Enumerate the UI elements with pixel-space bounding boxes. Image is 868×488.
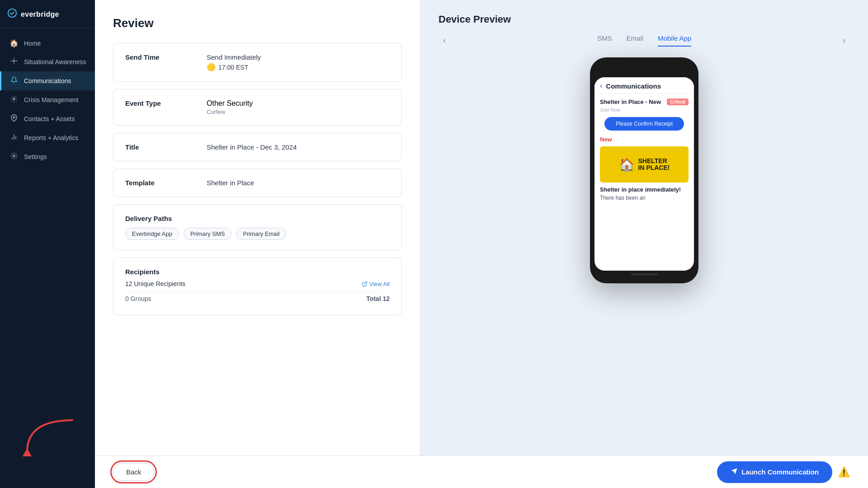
event-type-card: Event Type Other Security Curfew — [113, 89, 402, 126]
tab-email[interactable]: Email — [626, 34, 643, 47]
device-preview-panel: Device Preview ‹ SMS Email Mobile App › … — [420, 0, 868, 455]
view-all-label: View All — [369, 281, 390, 287]
sidebar-logo-text: everbridge — [21, 10, 59, 19]
launch-group: Launch Communication ⚠️ — [717, 461, 850, 483]
sidebar-item-crisis-management-label: Crisis Management — [24, 96, 79, 103]
phone-screen: ‹ Communications Shelter in Place - New … — [594, 77, 694, 271]
phone-screen-content: Shelter in Place - New Critical Just Now… — [594, 94, 694, 271]
title-card-value: Shelter in Place - Dec 3, 2024 — [207, 143, 297, 151]
prev-tab-arrow[interactable]: ‹ — [439, 36, 450, 45]
groups-label: 0 Groups — [125, 295, 151, 302]
home-icon: 🏠 — [9, 39, 19, 47]
send-time-clock: 🟡 17:00 EST — [207, 63, 261, 71]
tab-sms[interactable]: SMS — [597, 34, 612, 47]
phone-screen-title: Communications — [606, 82, 661, 90]
review-panel: Review Send Time Send Immediately 🟡 17:0… — [95, 0, 420, 455]
svg-line-8 — [364, 282, 367, 284]
sidebar-item-reports-analytics-label: Reports + Analytics — [24, 134, 78, 141]
shelter-text: SHELTER IN PLACE! — [638, 158, 670, 172]
crisis-management-icon — [9, 95, 19, 104]
sidebar-item-crisis-management[interactable]: Crisis Management — [0, 90, 95, 109]
template-value: Shelter in Place — [207, 179, 254, 187]
critical-badge: Critical — [667, 99, 689, 105]
confirm-receipt-button[interactable]: Please Confirm Receipt — [604, 117, 684, 131]
title-card: Title Shelter in Place - Dec 3, 2024 — [113, 133, 402, 161]
next-tab-arrow[interactable]: › — [838, 36, 850, 45]
back-button[interactable]: Back — [113, 463, 154, 481]
delivery-paths-card: Delivery Paths Everbridge App Primary SM… — [113, 204, 402, 250]
sidebar-nav: 🏠 Home Situational Awareness Communicati… — [0, 28, 95, 488]
preview-tabs: ‹ SMS Email Mobile App › — [439, 34, 850, 47]
send-time-main: Send Immediately — [207, 53, 261, 61]
sidebar-item-communications-label: Communications — [24, 77, 71, 84]
sidebar-item-communications[interactable]: Communications — [0, 71, 95, 90]
communications-icon — [9, 76, 19, 85]
shelter-text-line2: IN PLACE! — [638, 164, 670, 171]
shelter-image: 🏠 SHELTER IN PLACE! — [600, 146, 689, 183]
sidebar-item-reports-analytics[interactable]: Reports + Analytics — [0, 128, 95, 147]
send-time-time: 17:00 EST — [218, 64, 248, 71]
sidebar-item-home-label: Home — [24, 40, 41, 47]
warning-icon[interactable]: ⚠️ — [838, 466, 850, 478]
phone-mockup: ‹ Communications Shelter in Place - New … — [590, 57, 698, 283]
preview-tab-nav: SMS Email Mobile App — [450, 34, 838, 47]
contacts-assets-icon — [9, 114, 19, 123]
recipients-row: 0 Groups Total 12 — [125, 292, 390, 305]
notification-title: Shelter in Place - New — [600, 99, 661, 105]
launch-btn-label: Launch Communication — [741, 468, 819, 476]
launch-icon — [731, 468, 738, 477]
sidebar-item-contacts-assets[interactable]: Contacts + Assets — [0, 109, 95, 128]
tab-mobile-app[interactable]: Mobile App — [658, 34, 691, 47]
situational-awareness-icon — [9, 57, 19, 66]
svg-point-1 — [13, 60, 15, 62]
send-time-value: Send Immediately 🟡 17:00 EST — [207, 53, 261, 71]
notification-time: Just Now — [600, 107, 689, 113]
event-type-sub: Curfew — [207, 108, 253, 115]
sidebar-item-contacts-assets-label: Contacts + Assets — [24, 115, 75, 122]
shelter-house-icon: 🏠 — [619, 157, 635, 172]
bottom-bar: Back Launch Communication ⚠️ — [95, 455, 868, 488]
phone-screen-header: ‹ Communications — [594, 77, 694, 94]
recipients-header: Recipients — [125, 268, 390, 276]
shelter-text-line1: SHELTER — [638, 157, 667, 164]
phone-home-bar — [631, 273, 658, 275]
svg-point-3 — [13, 117, 15, 118]
clock-icon: 🟡 — [207, 63, 216, 71]
title-card-label: Title — [125, 143, 198, 151]
template-card: Template Shelter in Place — [113, 169, 402, 197]
event-type-label: Event Type — [125, 99, 198, 107]
delivery-paths-label: Delivery Paths — [125, 215, 390, 222]
send-time-label: Send Time — [125, 53, 198, 61]
logo-icon — [7, 8, 17, 21]
svg-point-2 — [13, 98, 15, 100]
view-all-link[interactable]: View All — [362, 281, 390, 287]
notification-title-row: Shelter in Place - New Critical — [600, 99, 689, 105]
reports-analytics-icon — [9, 133, 19, 142]
event-type-value: Other Security Curfew — [207, 99, 253, 115]
template-label: Template — [125, 179, 198, 187]
delivery-tag-primary-sms: Primary SMS — [184, 228, 232, 240]
sidebar-item-settings-label: Settings — [24, 153, 47, 160]
content-split: Review Send Time Send Immediately 🟡 17:0… — [95, 0, 868, 455]
sidebar-logo: everbridge — [0, 0, 95, 28]
delivery-tag-everbridge-app: Everbridge App — [125, 228, 179, 240]
send-time-card: Send Time Send Immediately 🟡 17:00 EST — [113, 43, 402, 82]
recipients-label: Recipients — [125, 268, 198, 276]
recipients-total: Total 12 — [366, 295, 390, 302]
recipients-count: 12 Unique Recipients — [125, 280, 185, 287]
main-area: Review Send Time Send Immediately 🟡 17:0… — [95, 0, 868, 488]
launch-communication-button[interactable]: Launch Communication — [717, 461, 832, 483]
recipients-card: Recipients 12 Unique Recipients View All… — [113, 258, 402, 315]
new-label: New — [600, 136, 689, 143]
sidebar-item-settings[interactable]: Settings — [0, 147, 95, 166]
device-preview-title: Device Preview — [439, 14, 511, 25]
back-btn-wrapper: Back — [113, 463, 154, 481]
delivery-paths-list: Everbridge App Primary SMS Primary Email — [125, 228, 390, 240]
sidebar-item-situational-awareness[interactable]: Situational Awareness — [0, 52, 95, 71]
delivery-tag-primary-email: Primary Email — [236, 228, 286, 240]
sidebar: everbridge 🏠 Home Situational Awareness … — [0, 0, 95, 488]
shelter-body-title: Shelter in place immediately! — [600, 186, 689, 193]
review-title: Review — [113, 16, 402, 30]
svg-point-7 — [13, 155, 15, 157]
sidebar-item-home[interactable]: 🏠 Home — [0, 34, 95, 52]
